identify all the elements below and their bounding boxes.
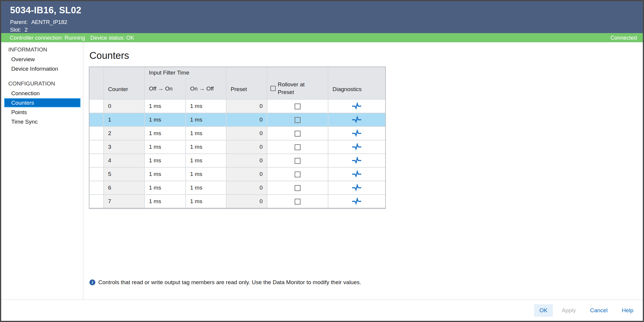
filter-on-off-cell[interactable]: 1 ms [185,99,226,113]
filter-on-off-cell[interactable]: 1 ms [185,140,226,153]
sidebar-item-points[interactable]: Points [4,108,81,117]
preset-cell: 0 [226,140,267,153]
filter-off-on-cell[interactable]: 1 ms [144,99,185,113]
counters-table-wrap: Counter Input Filter Time Preset Rollove… [89,67,386,208]
diagnostics-pulse-icon[interactable] [351,116,362,124]
preset-cell: 0 [226,181,267,194]
rollover-header-line1: Rollover at [278,81,305,88]
filter-on-off-cell[interactable]: 1 ms [185,126,226,140]
diagnostics-pulse-icon[interactable] [351,184,362,192]
row-selector-cell[interactable] [89,140,103,153]
sidebar: INFORMATION OverviewDevice Information C… [1,42,83,299]
row-selector-cell[interactable] [89,99,103,113]
diagnostics-pulse-icon[interactable] [351,170,362,178]
rollover-checkbox[interactable] [295,117,301,123]
diagnostics-cell [328,153,385,167]
table-row: 7 1 ms 1 ms 0 [89,194,385,208]
sidebar-item-time-sync[interactable]: Time Sync [4,117,81,126]
table-row: 2 1 ms 1 ms 0 [89,126,385,140]
diagnostics-pulse-icon[interactable] [351,130,362,137]
column-group-input-filter-time: Input Filter Time [144,67,226,78]
rollover-checkbox[interactable] [295,103,301,109]
counter-cell: 1 [103,113,144,126]
rollover-cell [267,167,328,181]
help-button[interactable]: Help [616,304,639,317]
sidebar-item-counters[interactable]: Counters [4,98,81,107]
diagnostics-pulse-icon[interactable] [351,198,362,205]
cancel-button[interactable]: Cancel [585,304,613,317]
rollover-cell [267,181,328,194]
filter-off-on-cell[interactable]: 1 ms [144,153,185,167]
filter-off-on-cell[interactable]: 1 ms [144,181,185,194]
column-header-preset: Preset [226,67,267,99]
rollover-checkbox[interactable] [295,185,301,191]
rollover-checkbox[interactable] [295,158,301,164]
filter-on-off-cell[interactable]: 1 ms [185,194,226,208]
sidebar-item-device-information[interactable]: Device Information [4,64,81,73]
column-header-off-on: Off → On [144,78,185,99]
filter-off-on-cell[interactable]: 1 ms [144,113,185,126]
filter-off-on-cell[interactable]: 1 ms [144,194,185,208]
preset-cell: 0 [226,113,267,126]
column-header-rollover: Rollover at Preset [267,67,328,99]
counter-cell: 2 [103,126,144,140]
preset-cell: 0 [226,167,267,181]
row-selector-cell[interactable] [89,153,103,167]
preset-cell: 0 [226,99,267,113]
row-selector-cell[interactable] [89,194,103,208]
counter-cell: 7 [103,194,144,208]
row-selector-cell[interactable] [89,113,103,126]
row-selector-cell[interactable] [89,167,103,181]
info-note-text: Controls that read or write output tag m… [98,279,361,286]
slot-line: Slot:2 [10,26,643,34]
diagnostics-pulse-icon[interactable] [351,143,362,151]
diagnostics-pulse-icon[interactable] [351,157,362,164]
row-selector-cell[interactable] [89,126,103,140]
apply-button[interactable]: Apply [556,304,581,317]
rollover-checkbox[interactable] [295,199,301,205]
table-row: 1 1 ms 1 ms 0 [89,113,385,126]
diagnostics-cell [328,194,385,208]
filter-on-off-cell[interactable]: 1 ms [185,167,226,181]
filter-off-on-cell[interactable]: 1 ms [144,167,185,181]
main-content: Counters Counter Input Filter Time Prese… [83,42,643,299]
table-row: 4 1 ms 1 ms 0 [89,153,385,167]
sidebar-item-overview[interactable]: Overview [4,55,81,64]
table-row: 6 1 ms 1 ms 0 [89,181,385,194]
filter-on-off-cell[interactable]: 1 ms [185,153,226,167]
filter-off-on-cell[interactable]: 1 ms [144,126,185,140]
rollover-select-all-checkbox[interactable] [270,86,276,91]
preset-cell: 0 [226,153,267,167]
table-row: 3 1 ms 1 ms 0 [89,140,385,153]
diagnostics-pulse-icon[interactable] [351,102,362,110]
sidebar-item-connection[interactable]: Connection [4,89,81,98]
counters-table: Counter Input Filter Time Preset Rollove… [89,67,385,208]
counter-cell: 6 [103,181,144,194]
rollover-checkbox[interactable] [295,144,301,150]
sidebar-section: INFORMATION OverviewDevice Information [1,45,83,73]
rollover-header-line2: Preset [278,89,294,95]
titlebar: 5034-IB16, SL02 Parent:AENTR_IP182 Slot:… [1,1,643,33]
row-selector-cell[interactable] [89,181,103,194]
ok-button[interactable]: OK [534,304,553,317]
filter-off-on-cell[interactable]: 1 ms [144,140,185,153]
status-bar: Controller connection: Running Device st… [1,33,643,42]
footer-button-bar: OKApplyCancelHelp [1,299,643,321]
device-title: 5034-IB16, SL02 [10,5,643,16]
rollover-checkbox[interactable] [295,131,301,137]
diagnostics-cell [328,181,385,194]
filter-on-off-cell[interactable]: 1 ms [185,181,226,194]
rollover-checkbox[interactable] [295,171,301,177]
window-body: INFORMATION OverviewDevice Information C… [1,42,643,299]
parent-line: Parent:AENTR_IP182 [10,18,643,26]
parent-label: Parent: [10,19,28,25]
diagnostics-cell [328,126,385,140]
filter-on-off-cell[interactable]: 1 ms [185,113,226,126]
table-row: 0 1 ms 1 ms 0 [89,99,385,113]
parent-value: AENTR_IP182 [31,19,67,25]
column-header-counter: Counter [103,67,144,99]
slot-label: Slot: [10,27,21,33]
column-header-diagnostics: Diagnostics [328,67,385,99]
sidebar-section-header: CONFIGURATION [1,79,83,88]
table-row: 5 1 ms 1 ms 0 [89,167,385,181]
